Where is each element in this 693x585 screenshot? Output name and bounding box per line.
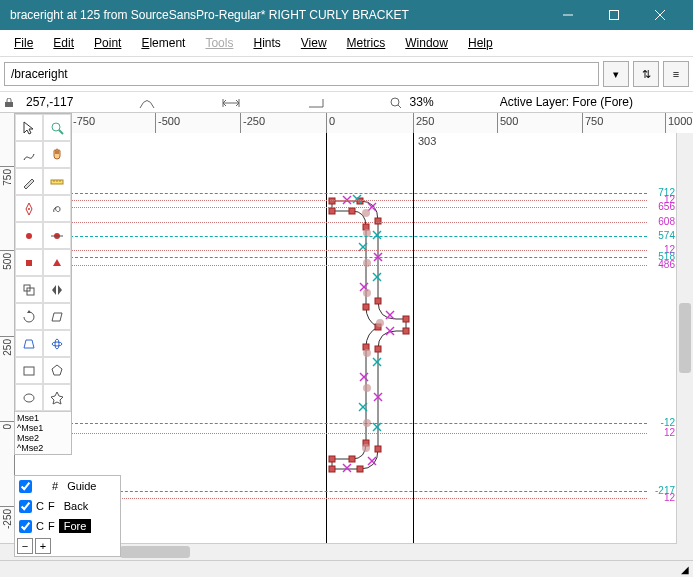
word-menu-button[interactable]: ≡: [663, 61, 689, 87]
star-tool[interactable]: [43, 384, 71, 411]
add-curve-point-tool[interactable]: [15, 222, 43, 249]
svg-rect-38: [349, 456, 355, 462]
spiro-tool[interactable]: [43, 195, 71, 222]
svg-rect-44: [349, 208, 355, 214]
skew-tool[interactable]: [43, 303, 71, 330]
layers-panel[interactable]: # Guide C F Back C F Fore − +: [14, 475, 121, 557]
svg-rect-45: [329, 208, 335, 214]
zoom-tool[interactable]: [43, 114, 71, 141]
add-hv-point-tool[interactable]: [43, 222, 71, 249]
toolbox: Mse1^Mse1Mse2^Mse2: [14, 113, 72, 455]
add-tangent-point-tool[interactable]: [43, 249, 71, 276]
menu-edit[interactable]: Edit: [45, 34, 82, 52]
hand-tool[interactable]: [43, 141, 71, 168]
layer-fore-label[interactable]: Fore: [59, 519, 92, 533]
menu-file[interactable]: File: [6, 34, 41, 52]
freehand-tool[interactable]: [15, 141, 43, 168]
perspective-tool[interactable]: [15, 330, 43, 357]
svg-rect-20: [26, 260, 32, 266]
polygon-tool[interactable]: [43, 357, 71, 384]
menu-hints[interactable]: Hints: [245, 34, 288, 52]
scroll-thumb-h[interactable]: [120, 546, 190, 558]
svg-point-85: [363, 384, 371, 392]
rect-tool[interactable]: [15, 357, 43, 384]
svg-rect-29: [375, 218, 381, 224]
maximize-button[interactable]: [591, 0, 637, 30]
remove-layer-button[interactable]: −: [17, 538, 33, 554]
svg-rect-30: [375, 298, 381, 304]
resize-grip-icon[interactable]: ◢: [681, 564, 689, 575]
menu-element[interactable]: Element: [133, 34, 193, 52]
glyph-canvas[interactable]: 303: [70, 133, 677, 544]
cursor-position: 257,-117: [22, 95, 77, 109]
measure-tool[interactable]: [43, 168, 71, 195]
scroll-corner: [677, 544, 693, 560]
add-corner-point-tool[interactable]: [15, 249, 43, 276]
knife-tool[interactable]: [15, 168, 43, 195]
svg-rect-43: [363, 224, 369, 230]
menu-metrics[interactable]: Metrics: [339, 34, 394, 52]
svg-point-17: [26, 233, 32, 239]
svg-rect-32: [403, 328, 409, 334]
svg-point-84: [363, 349, 371, 357]
active-layer-label[interactable]: Active Layer: Fore (Fore): [496, 95, 693, 109]
info-bar: 257,-117 33% Active Layer: Fore (Fore): [0, 92, 693, 113]
svg-rect-36: [329, 466, 335, 472]
menu-view[interactable]: View: [293, 34, 335, 52]
angle-icon: [304, 95, 328, 109]
horizontal-ruler: -750-500-25002505007501000: [70, 113, 677, 134]
window-title: braceright at 125 from SourceSansPro-Reg…: [10, 8, 545, 22]
extrema-markers: [343, 196, 394, 472]
menu-point[interactable]: Point: [86, 34, 129, 52]
svg-point-83: [376, 319, 384, 327]
menu-icon: ≡: [673, 68, 679, 80]
svg-point-10: [52, 123, 60, 131]
layer-guide-label[interactable]: Guide: [62, 479, 101, 493]
svg-rect-27: [329, 198, 335, 204]
svg-line-9: [398, 105, 401, 108]
glyph-history-button[interactable]: ▾: [603, 61, 629, 87]
pointer-tool[interactable]: [15, 114, 43, 141]
pen-tool[interactable]: [15, 195, 43, 222]
ellipse-tool[interactable]: [15, 384, 43, 411]
fore-visible-checkbox[interactable]: [19, 520, 32, 533]
glyph-outline: [70, 133, 677, 544]
svg-rect-37: [329, 456, 335, 462]
rotate-3d-tool[interactable]: [43, 330, 71, 357]
svg-rect-40: [363, 344, 369, 350]
back-visible-checkbox[interactable]: [19, 500, 32, 513]
svg-rect-34: [375, 446, 381, 452]
svg-rect-25: [24, 367, 34, 375]
width-icon: [217, 95, 245, 109]
svg-rect-31: [403, 316, 409, 322]
guide-visible-checkbox[interactable]: [19, 480, 32, 493]
glyph-search-bar: ▾ ⇅ ≡: [0, 57, 693, 92]
chevron-down-icon: ▾: [613, 68, 619, 81]
vertical-scrollbar[interactable]: [676, 133, 693, 544]
menu-window[interactable]: Window: [397, 34, 456, 52]
svg-point-82: [363, 289, 371, 297]
rotate-tool[interactable]: [15, 303, 43, 330]
menu-help[interactable]: Help: [460, 34, 501, 52]
svg-point-26: [24, 394, 34, 402]
window-footer: ◢: [0, 560, 693, 577]
svg-point-23: [52, 342, 62, 346]
tangent-icon: [135, 95, 159, 109]
svg-rect-1: [610, 11, 619, 20]
word-list-button[interactable]: ⇅: [633, 61, 659, 87]
scroll-thumb-v[interactable]: [679, 303, 691, 373]
flip-tool[interactable]: [43, 276, 71, 303]
glyph-search-input[interactable]: [4, 62, 599, 86]
layer-back-label[interactable]: Back: [59, 499, 93, 513]
add-layer-button[interactable]: +: [35, 538, 51, 554]
svg-point-8: [391, 98, 399, 106]
minimize-button[interactable]: [545, 0, 591, 30]
svg-rect-35: [357, 466, 363, 472]
scale-tool[interactable]: [15, 276, 43, 303]
svg-line-11: [59, 130, 63, 134]
title-bar: braceright at 125 from SourceSansPro-Reg…: [0, 0, 693, 30]
vertical-ruler: 7505002500-250: [0, 113, 15, 544]
svg-rect-33: [375, 346, 381, 352]
close-button[interactable]: [637, 0, 683, 30]
svg-point-24: [55, 339, 59, 349]
